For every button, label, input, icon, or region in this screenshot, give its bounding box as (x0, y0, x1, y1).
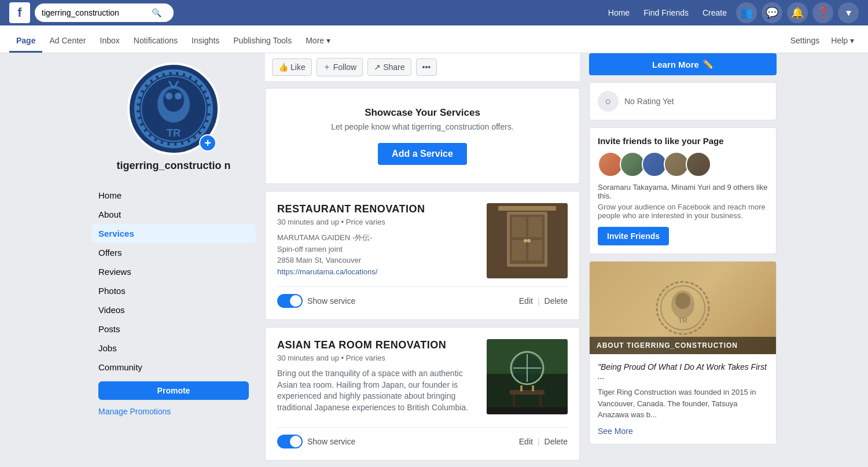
service-info-2: ASIAN TEA ROOM RENOVATION 30 minutes and… (277, 339, 480, 419)
nav-home[interactable]: Home (608, 8, 630, 17)
page-name: tigerring_constructio n (116, 160, 230, 172)
delete-service-2[interactable]: Delete (545, 437, 568, 446)
svg-rect-30 (532, 385, 534, 391)
sidebar-item-jobs[interactable]: Jobs (91, 339, 256, 358)
service-meta-2: 30 minutes and up • Price varies (277, 354, 480, 362)
invite-card: Invite friends to like your Page Soramar… (589, 127, 777, 254)
toggle-wrap-2: Show service (277, 435, 355, 448)
tab-more[interactable]: More ▾ (299, 29, 337, 53)
people-icon[interactable]: 👥 (736, 2, 757, 23)
tab-help[interactable]: Help ▾ (826, 29, 859, 53)
promote-button[interactable]: Promote (98, 381, 249, 400)
sidebar-item-videos[interactable]: Videos (91, 300, 256, 319)
center-content: 👍 Like ＋ Follow ↗ Share ••• Showcase You… (260, 53, 584, 467)
messenger-icon[interactable]: 💬 (762, 2, 782, 23)
show-service-toggle-2[interactable] (277, 435, 303, 448)
divider-1: | (538, 296, 540, 306)
page-navigation: Page Ad Center Inbox Notifications Insig… (0, 25, 868, 53)
right-sidebar: Learn More ✏️ ○ No Rating Yet Invite fri… (584, 53, 781, 467)
tab-ad-center[interactable]: Ad Center (42, 29, 93, 53)
profile-section: TR + tigerring_constructio n (91, 62, 256, 186)
service-footer-1: Show service Edit | Delete (277, 286, 568, 308)
search-bar[interactable]: 🔍 (35, 3, 174, 22)
tab-insights[interactable]: Insights (185, 29, 226, 53)
svg-point-6 (165, 93, 172, 100)
service-actions-2: Edit | Delete (519, 437, 568, 446)
like-button[interactable]: 👍 Like (272, 58, 312, 76)
manage-promotions-link[interactable]: Manage Promotions (91, 405, 256, 418)
nav-find-friends[interactable]: Find Friends (643, 8, 689, 17)
learn-more-label: Learn More (652, 60, 699, 69)
tab-inbox[interactable]: Inbox (93, 29, 127, 53)
edit-service-2[interactable]: Edit (519, 437, 533, 446)
sidebar-item-home[interactable]: Home (91, 186, 256, 205)
sidebar-item-community[interactable]: Community (91, 358, 256, 377)
service-desc-2: Bring out the tranquility of a space wit… (277, 368, 480, 413)
add-service-button[interactable]: Add a Service (378, 143, 467, 165)
edit-service-1[interactable]: Edit (519, 296, 533, 306)
invite-subdesc: Grow your audience on Facebook and reach… (598, 203, 768, 220)
showcase-desc: Let people know what tigerring_construct… (277, 122, 568, 131)
sidebar-item-about[interactable]: About (91, 205, 256, 224)
service-image-2 (487, 339, 568, 414)
rating-icon: ○ (598, 91, 619, 112)
service-header-1: RESTAURANT RENOVATION 30 minutes and up … (277, 203, 568, 278)
dots-icon: ••• (422, 62, 431, 72)
tab-notifications[interactable]: Notifications (127, 29, 185, 53)
share-button[interactable]: ↗ Share (367, 58, 411, 76)
sidebar-item-offers[interactable]: Offers (91, 243, 256, 262)
search-input[interactable] (42, 8, 152, 17)
facebook-logo[interactable]: f (9, 2, 30, 23)
learn-more-button[interactable]: Learn More ✏️ (589, 53, 777, 75)
svg-rect-14 (528, 217, 542, 237)
service-title-2: ASIAN TEA ROOM RENOVATION (277, 339, 480, 351)
show-service-toggle-1[interactable] (277, 294, 303, 308)
page-nav-right: Settings Help ▾ (786, 29, 859, 53)
help-icon[interactable]: ❓ (812, 2, 833, 23)
showcase-title: Showcase Your Services (277, 107, 568, 119)
sidebar-item-photos[interactable]: Photos (91, 281, 256, 300)
svg-rect-15 (512, 240, 526, 260)
svg-rect-16 (528, 240, 542, 260)
avatar-wrap: TR + (127, 62, 220, 155)
share-label: Share (383, 62, 404, 72)
more-options-button[interactable]: ••• (416, 58, 437, 76)
top-nav-links: Home Find Friends Create (608, 8, 727, 17)
location-url-1[interactable]: https://marutama.ca/locations/ (277, 266, 480, 278)
service-header-2: ASIAN TEA ROOM RENOVATION 30 minutes and… (277, 339, 568, 419)
service-meta-1: 30 minutes and up • Price varies (277, 218, 480, 226)
add-photo-button[interactable]: + (199, 134, 216, 152)
follow-button[interactable]: ＋ Follow (317, 58, 363, 76)
search-icon: 🔍 (152, 8, 161, 17)
service-card-1: RESTAURANT RENOVATION 30 minutes and up … (265, 191, 580, 320)
sidebar-item-reviews[interactable]: Reviews (91, 262, 256, 281)
svg-point-17 (524, 239, 527, 242)
svg-point-7 (175, 93, 182, 100)
bell-icon[interactable]: 🔔 (787, 2, 808, 23)
friend-avatar-5 (686, 152, 711, 177)
about-banner-label: ABOUT TIGERRING_CONSTRUCTION (590, 337, 776, 354)
tab-publishing-tools[interactable]: Publishing Tools (226, 29, 299, 53)
chevron-down-icon[interactable]: ▾ (838, 2, 859, 23)
svg-rect-13 (512, 217, 526, 237)
svg-rect-27 (513, 395, 515, 406)
delete-service-1[interactable]: Delete (545, 296, 568, 306)
see-more-link[interactable]: See More (598, 426, 768, 436)
svg-point-18 (527, 239, 531, 242)
about-quote: "Being Proud Of What I Do At Work Takes … (598, 362, 768, 381)
tab-page[interactable]: Page (9, 29, 42, 53)
svg-text:TR: TR (167, 127, 181, 139)
service-location-1: MARUTAMA GAIDEN -外伝- Spin-off ramen join… (277, 232, 480, 277)
service-footer-2: Show service Edit | Delete (277, 427, 568, 448)
nav-create[interactable]: Create (703, 8, 727, 17)
sidebar-item-services[interactable]: Services (91, 224, 256, 243)
rating-text: No Rating Yet (624, 97, 674, 106)
thumbs-up-icon: 👍 (278, 62, 288, 72)
sidebar-item-posts[interactable]: Posts (91, 319, 256, 339)
invite-friends-button[interactable]: Invite Friends (598, 227, 669, 245)
tab-settings[interactable]: Settings (786, 29, 825, 53)
like-label: Like (290, 62, 306, 72)
follow-label: Follow (333, 62, 356, 72)
pencil-icon: ✏️ (703, 59, 713, 69)
rating-card: ○ No Rating Yet (589, 82, 777, 120)
